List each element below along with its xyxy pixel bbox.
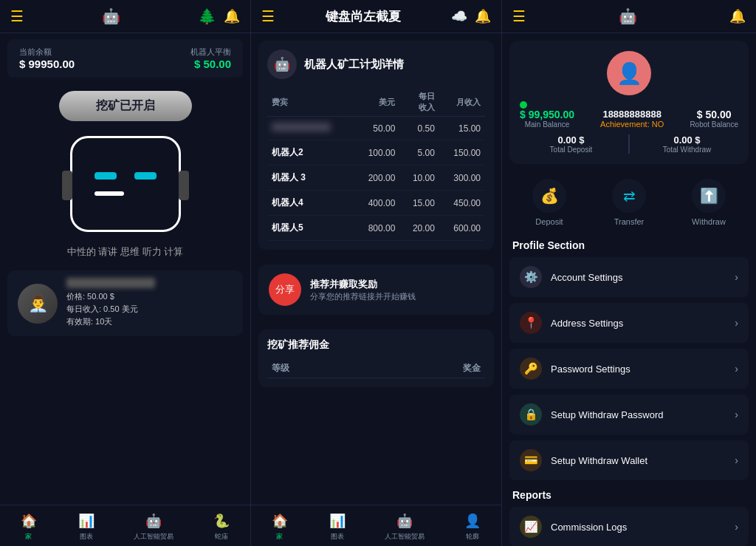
menu-item-commission-logs[interactable]: 📈 Commission Logs › <box>509 507 749 546</box>
commission-table: 等级 奖金 <box>267 359 485 378</box>
middle-title: 键盘尚左截夏 <box>326 8 401 25</box>
left-nav-chart[interactable]: 📊 图表 <box>77 511 96 542</box>
left-topbar: ☰ 🤖 🌲 🔔 <box>0 0 250 33</box>
transfer-button[interactable]: ⇄ Transfer <box>612 179 646 226</box>
mid-nav-robot-label: 人工智能贸易 <box>385 532 425 542</box>
robot-balance-stat: $ 50.00 Robot Balance <box>690 109 738 129</box>
product-name-blurred <box>66 278 155 288</box>
col-monthly: 月收入 <box>439 88 485 117</box>
left-nav-home[interactable]: 🏠 家 <box>19 511 38 542</box>
dw-divider <box>628 134 630 154</box>
robot-icon-top: 🤖 <box>102 7 120 25</box>
total-deposit-value: 0.00 $ <box>520 134 622 146</box>
row-monthly-3: 450.00 <box>439 191 485 216</box>
snake-icon: 🐍 <box>212 511 231 530</box>
account-settings-icon: ⚙️ <box>520 266 542 288</box>
mid-nav-home[interactable]: 🏠 家 <box>270 511 289 542</box>
password-settings-icon: 🔑 <box>520 358 542 380</box>
address-settings-icon: 📍 <box>520 312 542 334</box>
main-balance-label: Main Balance <box>520 120 574 129</box>
row-usd-1: 100.00 <box>354 140 399 165</box>
home-icon-mid: 🏠 <box>270 511 289 530</box>
row-daily-1: 5.00 <box>399 140 439 165</box>
hamburger-icon[interactable]: ☰ <box>10 7 24 25</box>
robot-eyes <box>94 172 157 180</box>
mid-nav-robot[interactable]: 🤖 人工智能贸易 <box>385 511 425 542</box>
chevron-icon-3: › <box>735 409 738 420</box>
total-withdraw-value: 0.00 $ <box>636 134 738 146</box>
reports-section-title: Reports <box>502 483 756 504</box>
mid-nav-chart[interactable]: 📊 图表 <box>328 511 347 542</box>
robot-mouth <box>94 191 124 196</box>
bell-icon[interactable]: 🔔 <box>224 8 240 24</box>
col-usd: 美元 <box>354 88 399 117</box>
middle-topbar: ☰ 键盘尚左截夏 ☁️ 🔔 <box>251 0 501 33</box>
product-card: 👨‍💼 价格: 50.00 $ 每日收入: 0.50 美元 有效期: 10天 <box>7 270 243 336</box>
plan-icon: 🤖 <box>267 50 297 79</box>
main-balance-stat: $ 99,950.00 Main Balance <box>520 109 574 129</box>
product-daily: 每日收入: 0.50 美元 <box>66 304 233 315</box>
row-usd-0: 50.00 <box>354 117 399 140</box>
menu-item-account-settings[interactable]: ⚙️ Account Settings › <box>509 257 749 297</box>
referral-sub: 分享您的推荐链接并开始赚钱 <box>310 291 416 302</box>
hamburger-icon-right[interactable]: ☰ <box>512 7 526 25</box>
right-topbar: ☰ 🤖 🔔 <box>502 0 756 33</box>
left-nav-robot-label: 人工智能贸易 <box>134 532 173 542</box>
total-deposit-block: 0.00 $ Total Deposit <box>520 134 622 154</box>
left-nav-robot[interactable]: 🤖 人工智能贸易 <box>134 511 173 542</box>
col-daily: 每日收入 <box>399 88 439 117</box>
address-settings-label: Address Settings <box>551 318 726 329</box>
row-usd-2: 200.00 <box>354 165 399 191</box>
robot-balance-amount: $ 50.00 <box>190 58 231 70</box>
product-info: 价格: 50.00 $ 每日收入: 0.50 美元 有效期: 10天 <box>66 278 233 329</box>
account-settings-label: Account Settings <box>551 272 726 283</box>
robot-balance-label: Robot Balance <box>690 120 738 129</box>
left-nav-snake[interactable]: 🐍 蛇庙 <box>212 511 231 542</box>
row-usd-4: 800.00 <box>354 216 399 241</box>
chevron-icon-0: › <box>735 271 738 283</box>
chevron-icon-1: › <box>735 317 738 329</box>
robot-tags: 中性的 请讲 思维 听力 计算 <box>0 245 250 259</box>
robot-icon-mid: 🤖 <box>395 511 414 530</box>
menu-item-password-settings[interactable]: 🔑 Password Settings › <box>509 349 749 389</box>
current-balance-label: 当前余额 <box>19 47 75 58</box>
product-price: 价格: 50.00 $ <box>66 291 233 302</box>
menu-item-address-settings[interactable]: 📍 Address Settings › <box>509 303 749 343</box>
plan-table: 费宾 美元 每日收入 月收入 50.00 0.50 15.00 机器人2 100… <box>267 88 485 241</box>
robot-nav-icon: 🤖 <box>144 511 163 530</box>
password-settings-label: Password Settings <box>551 364 726 375</box>
deposit-label: Deposit <box>535 217 563 226</box>
robot-ear-left <box>62 171 72 200</box>
robot-eye-left <box>94 172 117 180</box>
product-validity: 有效期: 10天 <box>66 316 233 327</box>
row-daily-4: 20.00 <box>399 216 439 241</box>
withdraw-label: Withdraw <box>692 217 726 226</box>
profile-section-title: Profile Section <box>502 233 756 254</box>
profile-hero: 👤 $ 99,950.00 Main Balance 18888888888 A… <box>509 41 749 164</box>
bell-icon-mid[interactable]: 🔔 <box>475 8 491 24</box>
main-balance-value: $ 99,950.00 <box>520 109 574 120</box>
plan-header: 🤖 机器人矿工计划详情 <box>267 50 485 79</box>
col-level: 费宾 <box>267 88 354 117</box>
bell-icon-right[interactable]: 🔔 <box>729 8 746 24</box>
withdraw-icon: ⬆️ <box>692 179 726 213</box>
left-panel: ☰ 🤖 🌲 🔔 当前余额 $ 99950.00 机器人平衡 $ 50.00 挖矿… <box>0 0 251 546</box>
mid-nav-snake[interactable]: 👤 轮廓 <box>463 511 482 542</box>
commission-logs-icon: 📈 <box>520 516 542 538</box>
row-name-2: 机器人 3 <box>267 165 354 191</box>
left-nav-home-label: 家 <box>25 532 32 542</box>
hamburger-icon-mid[interactable]: ☰ <box>261 7 275 25</box>
left-nav-snake-label: 蛇庙 <box>215 532 228 542</box>
row-daily-3: 15.00 <box>399 191 439 216</box>
share-button[interactable]: 分享 <box>269 273 301 306</box>
achievement-status: Achievement: NO <box>600 120 664 129</box>
current-balance-amount: $ 99950.00 <box>19 58 75 70</box>
referral-info: 推荐并赚取奖励 分享您的推荐链接并开始赚钱 <box>310 278 416 302</box>
middle-panel: ☰ 键盘尚左截夏 ☁️ 🔔 🤖 机器人矿工计划详情 费宾 美元 每日收入 月收入 <box>251 0 502 546</box>
mining-button[interactable]: 挖矿已开启 <box>59 91 192 121</box>
row-monthly-4: 600.00 <box>439 216 485 241</box>
menu-item-setup-withdraw-wallet[interactable]: 💳 Setup Withdraw Wallet › <box>509 440 749 480</box>
withdraw-button[interactable]: ⬆️ Withdraw <box>692 179 726 226</box>
menu-item-setup-withdraw-password[interactable]: 🔒 Setup Withdraw Password › <box>509 395 749 434</box>
deposit-button[interactable]: 💰 Deposit <box>532 179 566 226</box>
